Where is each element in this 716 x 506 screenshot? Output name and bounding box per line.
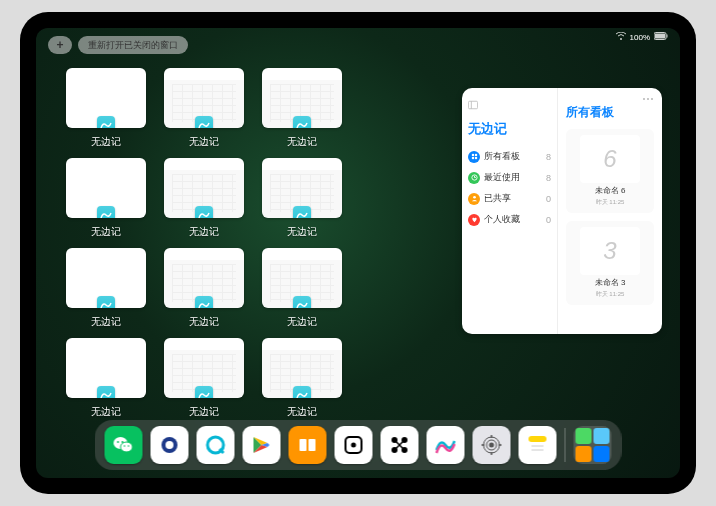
dock-dice-icon[interactable] [335,426,373,464]
panel-item-grid[interactable]: 所有看板8 [468,146,551,167]
tile-thumbnail [66,248,146,308]
freeform-icon [293,386,311,398]
svg-point-25 [351,443,356,448]
recent-mini-icon [594,428,610,444]
tile-label: 无边记 [189,315,219,329]
window-tile[interactable]: 无边记 [262,338,342,422]
svg-rect-4 [468,101,477,109]
tile-thumbnail [262,338,342,398]
svg-rect-2 [655,34,665,39]
panel-item-count: 8 [546,152,551,162]
dock-qq-browser-icon[interactable] [197,426,235,464]
reopen-closed-button[interactable]: 重新打开已关闭的窗口 [78,36,188,54]
tile-label: 无边记 [91,135,121,149]
panel-item-label: 已共享 [484,192,511,205]
dock-play-icon[interactable] [243,426,281,464]
dock-books-icon[interactable] [289,426,327,464]
board-thumbnail: 3 [580,227,640,275]
panel-item-clock[interactable]: 最近使用8 [468,167,551,188]
tile-label: 无边记 [189,135,219,149]
freeform-icon [195,206,213,218]
tile-label: 无边记 [287,315,317,329]
tile-label: 无边记 [91,225,121,239]
dock-browser-q-icon[interactable] [151,426,189,464]
more-icon[interactable]: ⋯ [566,96,654,102]
freeform-icon [195,386,213,398]
svg-rect-6 [471,154,473,156]
window-tile[interactable]: 无边记 [262,68,342,152]
tile-thumbnail [262,248,342,308]
recent-mini-icon [594,446,610,462]
panel-right: ⋯ 所有看板 6未命名 6昨天 11:253未命名 3昨天 11:25 [558,88,662,334]
panel-item-label: 最近使用 [484,171,520,184]
board-date: 昨天 11:25 [596,198,625,207]
dock-freeform-icon[interactable] [427,426,465,464]
freeform-icon [195,296,213,308]
freeform-icon [293,116,311,128]
svg-point-0 [620,38,622,40]
svg-point-19 [166,441,174,449]
tile-thumbnail [66,338,146,398]
freeform-icon [293,296,311,308]
svg-point-11 [473,196,476,199]
tile-label: 无边记 [91,405,121,419]
tile-thumbnail [164,68,244,128]
tile-thumbnail [262,158,342,218]
battery-icon [654,32,668,42]
freeform-icon [97,206,115,218]
panel-toggle-icon[interactable] [468,96,478,114]
tile-label: 无边记 [287,225,317,239]
panel-left-title: 无边记 [468,120,551,138]
sidebar-panel: 无边记 所有看板8最近使用8已共享0个人收藏0 ⋯ 所有看板 6未命名 6昨天 … [462,88,662,334]
add-button[interactable]: + [48,36,72,54]
board-card[interactable]: 6未命名 6昨天 11:25 [566,129,654,213]
dock-recent-apps[interactable] [574,426,612,464]
tile-label: 无边记 [287,135,317,149]
svg-point-34 [489,443,494,448]
window-tile[interactable]: 无边记 [164,68,244,152]
tile-thumbnail [66,158,146,218]
dock-connect-icon[interactable] [381,426,419,464]
tile-thumbnail [164,338,244,398]
window-tile[interactable]: 无边记 [66,248,146,332]
svg-point-16 [124,445,126,447]
window-tile[interactable]: 无边记 [262,158,342,242]
window-tile[interactable]: 无边记 [66,158,146,242]
tile-label: 无边记 [91,315,121,329]
svg-point-15 [122,441,124,443]
svg-rect-8 [471,157,473,159]
panel-item-label: 个人收藏 [484,213,520,226]
app-switcher-grid: 无边记无边记无边记无边记无边记无边记无边记无边记无边记无边记无边记无边记 [66,68,440,422]
ipad-frame: 100% + 重新打开已关闭的窗口 无边记无边记无边记无边记无边记无边记无边记无… [20,12,696,494]
dock-wechat-icon[interactable] [105,426,143,464]
panel-item-heart[interactable]: 个人收藏0 [468,209,551,230]
svg-rect-22 [300,439,307,451]
window-tile[interactable]: 无边记 [164,248,244,332]
battery-text: 100% [630,33,650,42]
window-tile[interactable]: 无边记 [66,68,146,152]
window-tile[interactable]: 无边记 [66,338,146,422]
window-tile[interactable]: 无边记 [262,248,342,332]
recent-mini-icon [576,446,592,462]
board-name: 未命名 3 [595,277,626,288]
plus-icon: + [56,38,63,52]
freeform-icon [97,116,115,128]
reopen-label: 重新打开已关闭的窗口 [88,39,178,52]
dock-settings-icon[interactable] [473,426,511,464]
tile-thumbnail [164,158,244,218]
dock [95,420,622,470]
board-card[interactable]: 3未命名 3昨天 11:25 [566,221,654,305]
svg-point-13 [121,442,133,452]
panel-left: 无边记 所有看板8最近使用8已共享0个人收藏0 [462,88,558,334]
dock-notes-icon[interactable] [519,426,557,464]
freeform-icon [195,116,213,128]
top-controls: + 重新打开已关闭的窗口 [48,36,188,54]
board-date: 昨天 11:25 [596,290,625,299]
window-tile[interactable]: 无边记 [164,338,244,422]
window-tile[interactable]: 无边记 [164,158,244,242]
panel-right-title: 所有看板 [566,104,654,121]
tile-thumbnail [164,248,244,308]
panel-item-person[interactable]: 已共享0 [468,188,551,209]
panel-item-count: 0 [546,194,551,204]
recent-mini-icon [576,428,592,444]
